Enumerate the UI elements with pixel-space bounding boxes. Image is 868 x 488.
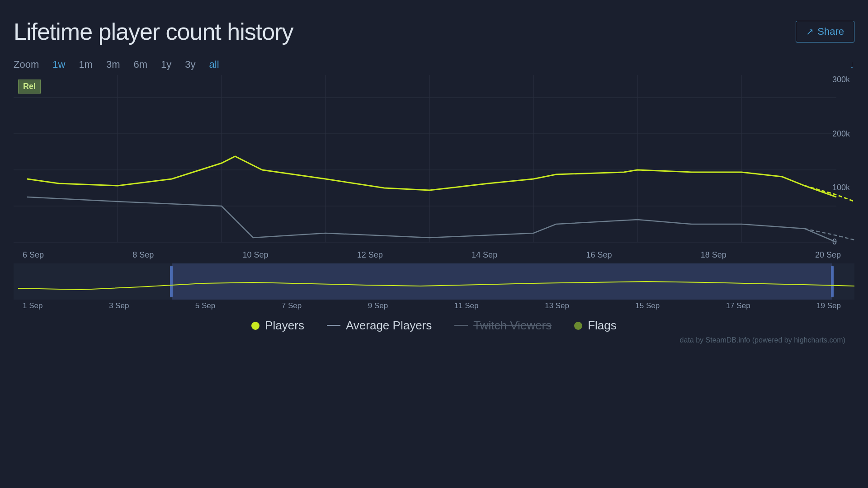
legend-average[interactable]: Average Players <box>327 319 432 333</box>
x-label-14sep: 14 Sep <box>472 250 497 260</box>
share-label: Share <box>817 26 844 38</box>
flags-dot <box>574 322 582 330</box>
zoom-1y[interactable]: 1y <box>161 59 171 70</box>
mini-x-19sep: 19 Sep <box>816 301 841 310</box>
mini-chart-svg <box>14 263 854 300</box>
twitch-line <box>454 325 468 326</box>
mini-x-1sep: 1 Sep <box>23 301 42 310</box>
mini-x-17sep: 17 Sep <box>726 301 750 310</box>
mini-x-5sep: 5 Sep <box>195 301 215 310</box>
mini-x-9sep: 9 Sep <box>368 301 388 310</box>
legend-twitch[interactable]: Twitch Viewers <box>454 319 552 333</box>
players-dot <box>251 322 259 330</box>
page-title: Lifetime player count history <box>14 18 293 45</box>
rel-badge: Rel <box>18 80 41 94</box>
main-chart-svg <box>14 75 854 247</box>
page-container: Lifetime player count history ↗ Share Zo… <box>0 0 868 488</box>
zoom-3m[interactable]: 3m <box>106 59 120 70</box>
header-row: Lifetime player count history ↗ Share <box>14 18 854 45</box>
share-icon: ↗ <box>806 26 814 37</box>
mini-x-11sep: 11 Sep <box>454 301 479 310</box>
zoom-bar: Zoom 1w 1m 3m 6m 1y 3y all ↓ <box>14 59 854 70</box>
zoom-6m[interactable]: 6m <box>134 59 148 70</box>
zoom-label: Zoom <box>14 59 39 70</box>
x-label-10sep: 10 Sep <box>243 250 269 260</box>
mini-x-13sep: 13 Sep <box>545 301 569 310</box>
mini-x-3sep: 3 Sep <box>109 301 129 310</box>
average-line <box>327 325 340 326</box>
svg-rect-14 <box>170 266 173 297</box>
svg-rect-13 <box>172 263 832 300</box>
average-label: Average Players <box>346 319 432 333</box>
twitch-label: Twitch Viewers <box>473 319 552 333</box>
share-button[interactable]: ↗ Share <box>796 21 854 42</box>
x-label-16sep: 16 Sep <box>586 250 612 260</box>
mini-x-labels: 1 Sep 3 Sep 5 Sep 7 Sep 9 Sep 11 Sep 13 … <box>14 300 854 310</box>
x-label-8sep: 8 Sep <box>132 250 154 260</box>
x-label-20sep: 20 Sep <box>815 250 841 260</box>
legend-row: Players Average Players Twitch Viewers F… <box>14 319 854 333</box>
x-label-18sep: 18 Sep <box>701 250 726 260</box>
zoom-1m[interactable]: 1m <box>79 59 93 70</box>
flags-label: Flags <box>588 319 617 333</box>
legend-flags[interactable]: Flags <box>574 319 617 333</box>
main-chart-area: Rel 300k 200k 100k 0 <box>14 75 854 247</box>
download-icon[interactable]: ↓ <box>849 59 854 70</box>
x-label-12sep: 12 Sep <box>357 250 383 260</box>
legend-players[interactable]: Players <box>251 319 304 333</box>
mini-chart-area <box>14 263 854 300</box>
zoom-1w[interactable]: 1w <box>52 59 65 70</box>
players-label: Players <box>265 319 304 333</box>
x-axis-labels: 6 Sep 8 Sep 10 Sep 12 Sep 14 Sep 16 Sep … <box>14 247 854 263</box>
svg-rect-15 <box>831 266 834 297</box>
mini-x-7sep: 7 Sep <box>282 301 302 310</box>
mini-x-15sep: 15 Sep <box>635 301 660 310</box>
data-credit: data by SteamDB.info (powered by highcha… <box>14 336 854 344</box>
zoom-3y[interactable]: 3y <box>185 59 195 70</box>
x-label-6sep: 6 Sep <box>23 250 44 260</box>
zoom-all[interactable]: all <box>209 59 219 70</box>
